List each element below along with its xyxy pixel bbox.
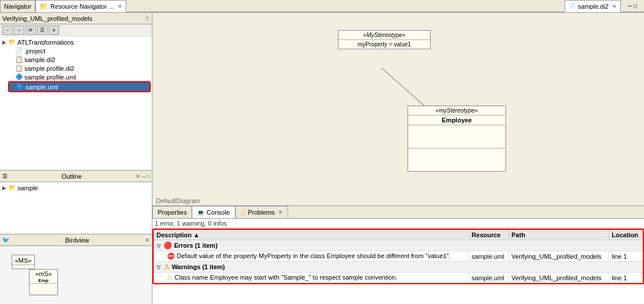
outline-icon: ☰ bbox=[2, 173, 8, 179]
tree-item-sample-uml[interactable]: 🔷 sample.uml bbox=[8, 81, 151, 92]
birdview-canvas[interactable]: «MS» «mS» Emp bbox=[0, 246, 152, 304]
file-sample-profile-uml-icon: 🔷 bbox=[15, 73, 23, 81]
tab-console[interactable]: 💻 Console bbox=[192, 206, 235, 218]
console-icon: 💻 bbox=[197, 209, 204, 216]
expand-errors-icon[interactable]: ▽ bbox=[157, 243, 161, 249]
problems-tab-label: Problems bbox=[248, 209, 275, 216]
warning-1-description: ⚠ Class name Employee may start with "Sa… bbox=[154, 273, 470, 283]
errors-group-text: Errors (1 item) bbox=[174, 242, 217, 249]
tab-properties[interactable]: Properties bbox=[152, 206, 192, 218]
warnings-group-label: ▽ ⚠ Warnings (1 item) bbox=[154, 262, 643, 273]
birdview-controls: ✕ bbox=[145, 237, 150, 243]
nav-filter-button[interactable]: ≡ bbox=[49, 26, 59, 35]
tree-item-sample-profile-uml[interactable]: 🔷 sample.profile.uml bbox=[8, 73, 151, 81]
warning-1-resource: sample.uml bbox=[469, 273, 509, 283]
maximize-icon[interactable]: □ bbox=[634, 3, 637, 9]
box1-property: myProperty = value1 bbox=[339, 40, 430, 49]
warning-1-location: line 1 bbox=[609, 273, 643, 283]
navigator-chevron-down[interactable]: ▽ bbox=[145, 16, 150, 21]
left-panel: Verifying_UML_profiled_models ▽ ← → ⟳ ☰ … bbox=[0, 13, 152, 304]
file-sample-profile-di2-icon: 📋 bbox=[15, 64, 23, 72]
tree-item-sample-di2[interactable]: 📋 sample.di2 bbox=[8, 55, 151, 64]
problems-summary: 1 error, 1 warning, 0 infos bbox=[152, 219, 644, 229]
outline-maximize-icon[interactable]: □ bbox=[147, 173, 150, 179]
main-layout: Verifying_UML_profiled_models ▽ ← → ⟳ ☰ … bbox=[0, 13, 644, 304]
folder-icon: 📁 bbox=[39, 2, 48, 10]
tab-diagram[interactable]: 📄 sample.di2 ✕ bbox=[565, 0, 621, 12]
diagram-tab-label: sample.di2 bbox=[578, 3, 609, 10]
outline-close-icon[interactable]: ✕ bbox=[136, 173, 140, 179]
col-location: Location bbox=[609, 230, 643, 240]
error-1-resource: sample.uml bbox=[469, 251, 509, 262]
warnings-group-row[interactable]: ▽ ⚠ Warnings (1 item) bbox=[154, 262, 643, 273]
uml-box-employee[interactable]: «myStereotype» Employee bbox=[407, 106, 506, 172]
outline-minimize-icon[interactable]: ─ bbox=[141, 173, 145, 179]
nav-collapse-button[interactable]: ☰ bbox=[37, 26, 48, 35]
minimize-icon[interactable]: ─ bbox=[628, 3, 632, 9]
expand-sample-outline-icon[interactable]: ▶ bbox=[1, 185, 7, 191]
tree-item-sample-outline[interactable]: ▶ 📁 sample bbox=[1, 183, 151, 192]
file-project-icon: 📄 bbox=[15, 47, 23, 55]
expand-warnings-icon[interactable]: ▽ bbox=[157, 265, 161, 270]
resource-navigator-tab-label: Resource Navigator bbox=[50, 3, 107, 10]
birdview-icon: 🐦 bbox=[2, 237, 9, 243]
bottom-panel: Properties 💻 Console ⚠ Problems ✕ 1 erro… bbox=[152, 205, 644, 304]
uml-box-mystereotype[interactable]: «MyStereotype» myProperty = value1 bbox=[338, 30, 431, 49]
navigator-title: Verifying_UML_profiled_models bbox=[2, 15, 92, 22]
error-group-icon: 🔴 bbox=[163, 241, 172, 249]
outline-title: Outline bbox=[61, 173, 82, 180]
close-diagram-icon[interactable]: ✕ bbox=[612, 3, 617, 9]
tree-item-sample-uml-label: sample.uml bbox=[26, 84, 58, 91]
tree-item-sample-outline-label: sample bbox=[17, 184, 38, 191]
bottom-content: 1 error, 1 warning, 0 infos Description … bbox=[152, 219, 644, 304]
navigator-header: Verifying_UML_profiled_models ▽ bbox=[0, 13, 152, 24]
box2-section2 bbox=[408, 148, 505, 171]
box2-stereotype: «myStereotype» bbox=[408, 106, 505, 115]
warning-group-icon: ⚠ bbox=[163, 263, 170, 271]
tree-item-project-label: .project bbox=[24, 48, 45, 55]
errors-group-label: ▽ 🔴 Errors (1 item) bbox=[154, 240, 643, 251]
expand-atl-icon[interactable]: ▶ bbox=[1, 39, 7, 45]
tree-item-atl[interactable]: ▶ 📁 ATLTransformations bbox=[1, 38, 151, 46]
birdview-close-icon[interactable]: ✕ bbox=[145, 237, 150, 243]
properties-tab-label: Properties bbox=[158, 209, 187, 216]
warning-row-1[interactable]: ⚠ Class name Employee may start with "Sa… bbox=[154, 273, 643, 283]
nav-back-button[interactable]: ← bbox=[2, 26, 13, 35]
diagram-canvas[interactable]: «MyStereotype» myProperty = value1 «mySt… bbox=[152, 13, 644, 205]
close-resource-navigator-icon[interactable]: ✕ bbox=[118, 3, 122, 9]
error-1-description: ⛔ Default value of the property MyProper… bbox=[154, 251, 470, 262]
tab-problems[interactable]: ⚠ Problems ✕ bbox=[235, 206, 288, 218]
right-panel: «MyStereotype» myProperty = value1 «mySt… bbox=[152, 13, 644, 304]
warnings-group-text: Warnings (1 item) bbox=[172, 263, 225, 270]
error-1-location: line 1 bbox=[609, 251, 643, 262]
tree-item-sample-di2-label: sample.di2 bbox=[24, 56, 55, 63]
col-description: Description ▲ bbox=[154, 230, 470, 240]
box1-stereotype: «MyStereotype» bbox=[339, 31, 430, 40]
box2-section1 bbox=[408, 125, 505, 148]
birdview-title: Birdview bbox=[65, 237, 89, 244]
tree-item-sample-profile-di2-label: sample.profile.di2 bbox=[24, 65, 74, 72]
warning-1-icon: ⚠ bbox=[167, 274, 173, 281]
error-row-1[interactable]: ⛔ Default value of the property MyProper… bbox=[154, 251, 643, 262]
tab-resource-navigator[interactable]: 📁 Resource Navigator ... ✕ bbox=[35, 0, 126, 12]
tree-item-project[interactable]: 📄 .project bbox=[8, 46, 151, 55]
folder-atl-icon: 📁 bbox=[8, 38, 16, 46]
errors-group-row[interactable]: ▽ 🔴 Errors (1 item) bbox=[154, 240, 643, 251]
svg-line-0 bbox=[381, 68, 431, 111]
problems-icon: ⚠ bbox=[241, 209, 246, 216]
table-header-row: Description ▲ Resource Path Location bbox=[154, 230, 643, 240]
nav-refresh-button[interactable]: ⟳ bbox=[26, 26, 36, 35]
navigator-tree: ▶ 📁 ATLTransformations 📄 .project 📋 samp… bbox=[0, 37, 152, 170]
outline-controls: ✕ ─ □ bbox=[136, 173, 150, 179]
problems-table-wrapper: Description ▲ Resource Path Location bbox=[152, 229, 644, 284]
warning-1-path: Verifying_UML_profiled_models bbox=[509, 273, 609, 283]
tree-item-sample-profile-di2[interactable]: 📋 sample.profile.di2 bbox=[8, 64, 151, 73]
col-resource: Resource bbox=[469, 230, 509, 240]
tree-item-atl-label: ATLTransformations bbox=[17, 39, 74, 46]
top-tab-bar: Navigator 📁 Resource Navigator ... ✕ 📄 s… bbox=[0, 0, 644, 13]
outline-section: ☰ Outline ✕ ─ □ ▶ 📁 sample bbox=[0, 171, 152, 234]
close-problems-icon[interactable]: ✕ bbox=[278, 209, 283, 215]
col-path: Path bbox=[509, 230, 609, 240]
nav-forward-button[interactable]: → bbox=[14, 26, 24, 35]
tab-navigator[interactable]: Navigator bbox=[0, 0, 35, 12]
